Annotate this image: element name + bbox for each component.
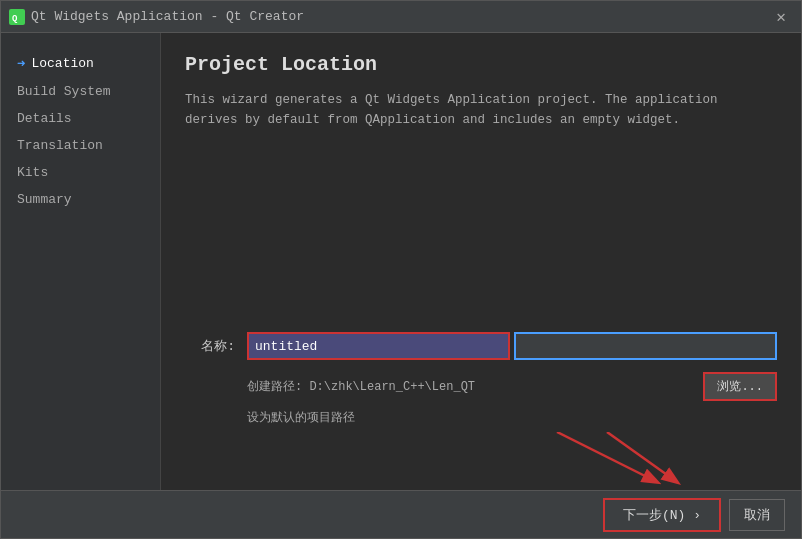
sidebar-details-label: Details	[17, 111, 72, 126]
sidebar-location-label: Location	[31, 56, 93, 71]
sidebar-item-build-system[interactable]: Build System	[1, 78, 160, 105]
close-button[interactable]: ✕	[769, 5, 793, 29]
sidebar-translation-label: Translation	[17, 138, 103, 153]
sidebar: ➜ Location Build System Details Translat…	[1, 33, 161, 490]
sidebar-item-location[interactable]: ➜ Location	[1, 49, 160, 78]
sidebar-kits-label: Kits	[17, 165, 48, 180]
form-area: 名称: 创建路径: D:\zhk\Learn_C++\Len_QT 浏览... …	[185, 332, 777, 490]
name-input-right[interactable]	[514, 332, 777, 360]
sidebar-item-summary[interactable]: Summary	[1, 186, 160, 213]
annotation-arrows	[477, 432, 777, 490]
path-label: 创建路径: D:\zhk\Learn_C++\Len_QT	[247, 378, 703, 395]
app-icon: Q	[9, 9, 25, 25]
window-title: Qt Widgets Application - Qt Creator	[31, 9, 769, 24]
annotation-area	[185, 442, 777, 482]
section-title: Project Location	[185, 53, 777, 76]
bottom-bar: 下一步(N) › 取消	[1, 490, 801, 538]
default-path-label: 设为默认的项目路径	[247, 409, 355, 426]
description-text: This wizard generates a Qt Widgets Appli…	[185, 90, 745, 130]
next-button[interactable]: 下一步(N) ›	[603, 498, 721, 532]
sidebar-build-system-label: Build System	[17, 84, 111, 99]
browse-button[interactable]: 浏览...	[703, 372, 777, 401]
sidebar-item-translation[interactable]: Translation	[1, 132, 160, 159]
sidebar-summary-label: Summary	[17, 192, 72, 207]
name-row: 名称:	[185, 332, 777, 360]
default-path-row: 设为默认的项目路径	[185, 409, 777, 426]
name-input[interactable]	[247, 332, 510, 360]
sidebar-item-kits[interactable]: Kits	[1, 159, 160, 186]
sidebar-item-details[interactable]: Details	[1, 105, 160, 132]
svg-text:Q: Q	[12, 14, 18, 24]
cancel-button[interactable]: 取消	[729, 499, 785, 531]
titlebar: Q Qt Widgets Application - Qt Creator ✕	[1, 1, 801, 33]
main-content: ➜ Location Build System Details Translat…	[1, 33, 801, 490]
main-window: Q Qt Widgets Application - Qt Creator ✕ …	[0, 0, 802, 539]
right-panel: Project Location This wizard generates a…	[161, 33, 801, 490]
name-label: 名称:	[185, 337, 235, 355]
path-row: 创建路径: D:\zhk\Learn_C++\Len_QT 浏览...	[185, 372, 777, 401]
active-arrow-icon: ➜	[17, 55, 25, 72]
